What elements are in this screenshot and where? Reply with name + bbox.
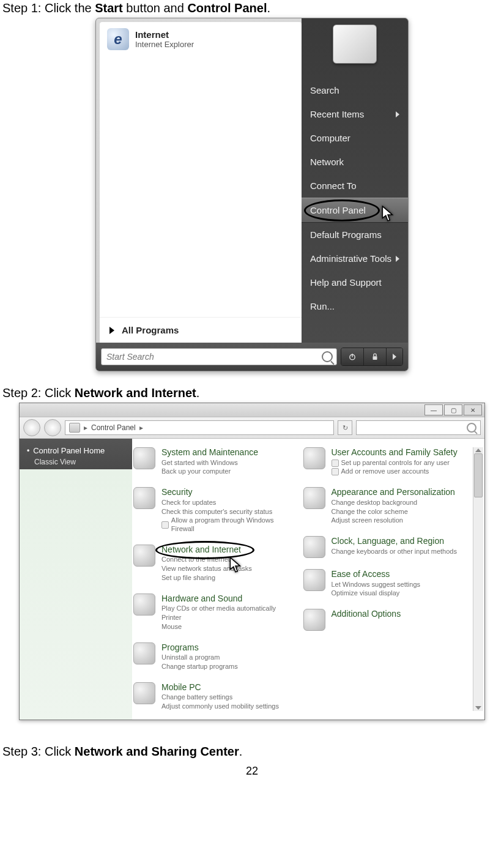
system-icon bbox=[133, 447, 155, 469]
start-menu-bottom-bar bbox=[96, 343, 408, 371]
vertical-scrollbar[interactable] bbox=[473, 447, 483, 711]
step3-text: Step 3: Click Network and Sharing Center… bbox=[2, 745, 502, 759]
chevron-right-icon bbox=[393, 354, 396, 360]
folder-icon bbox=[69, 423, 80, 433]
clock-icon bbox=[303, 536, 325, 558]
category-programs[interactable]: Programs Uninstall a program Change star… bbox=[133, 642, 297, 671]
appearance-icon bbox=[303, 487, 325, 509]
category-mobile-pc[interactable]: Mobile PC Change battery settings Adjust… bbox=[133, 682, 297, 711]
menu-item-default-programs[interactable]: Default Programs bbox=[302, 223, 408, 247]
menu-item-recent-items[interactable]: Recent Items bbox=[302, 102, 408, 126]
cursor-icon bbox=[381, 206, 395, 223]
svg-rect-2 bbox=[373, 356, 377, 360]
shield-icon bbox=[332, 460, 339, 467]
start-search-input[interactable] bbox=[105, 351, 319, 362]
sidebar-home[interactable]: Control Panel Home bbox=[33, 446, 105, 455]
menu-item-network[interactable]: Network bbox=[302, 150, 408, 174]
chevron-right-icon bbox=[396, 111, 399, 117]
address-bar[interactable]: ▸ Control Panel ▸ bbox=[65, 420, 334, 435]
category-user-accounts[interactable]: User Accounts and Family Safety Set up p… bbox=[303, 447, 467, 476]
all-programs[interactable]: All Programs bbox=[100, 317, 302, 343]
category-system-maintenance[interactable]: System and Maintenance Get started with … bbox=[133, 447, 297, 476]
pinned-app-internet[interactable]: e Internet Internet Explorer bbox=[100, 22, 302, 56]
lock-button[interactable] bbox=[364, 348, 387, 365]
navigation-bar: ▸ Control Panel ▸ ↻ bbox=[20, 417, 484, 439]
menu-item-help-and-support[interactable]: Help and Support bbox=[302, 270, 408, 294]
power-icon bbox=[348, 352, 357, 361]
security-icon bbox=[133, 487, 155, 509]
menu-item-search[interactable]: Search bbox=[302, 78, 408, 102]
category-clock-language[interactable]: Clock, Language, and Region Change keybo… bbox=[303, 536, 467, 558]
chevron-right-icon bbox=[396, 256, 399, 262]
menu-item-run[interactable]: Run... bbox=[302, 294, 408, 318]
shield-icon bbox=[332, 468, 339, 475]
category-additional-options[interactable]: Additional Options bbox=[303, 609, 467, 631]
pinned-app-title: Internet bbox=[135, 29, 194, 40]
category-network-internet[interactable]: Network and Internet Connect to the Inte… bbox=[133, 545, 297, 582]
pinned-app-subtitle: Internet Explorer bbox=[135, 40, 194, 49]
maximize-button[interactable]: ▢ bbox=[444, 404, 462, 415]
network-icon bbox=[133, 545, 155, 567]
menu-item-administrative-tools[interactable]: Administrative Tools bbox=[302, 247, 408, 270]
control-panel-window: — ▢ ✕ ▸ Control Panel ▸ ↻ bbox=[19, 403, 485, 720]
close-button[interactable]: ✕ bbox=[464, 404, 482, 415]
chevron-right-icon bbox=[109, 327, 114, 334]
all-programs-label: All Programs bbox=[122, 325, 179, 335]
category-appearance[interactable]: Appearance and Personalization Change de… bbox=[303, 487, 467, 525]
programs-icon bbox=[133, 642, 155, 664]
shield-icon bbox=[161, 521, 169, 529]
scroll-up-icon[interactable] bbox=[475, 448, 481, 452]
menu-item-connect-to[interactable]: Connect To bbox=[302, 174, 408, 198]
cursor-icon bbox=[229, 557, 242, 574]
breadcrumb: Control Panel bbox=[91, 423, 136, 432]
start-search-box[interactable] bbox=[101, 348, 337, 365]
additional-options-icon bbox=[303, 609, 325, 631]
hardware-icon bbox=[133, 594, 155, 616]
control-panel-main: System and Maintenance Get started with … bbox=[132, 439, 484, 720]
search-icon bbox=[322, 351, 333, 362]
ease-of-access-icon bbox=[303, 569, 325, 591]
control-panel-sidebar: •Control Panel Home Classic View bbox=[20, 439, 132, 720]
shutdown-menu-button[interactable] bbox=[387, 348, 402, 365]
back-button[interactable] bbox=[23, 419, 40, 436]
category-hardware-sound[interactable]: Hardware and Sound Play CDs or other med… bbox=[133, 594, 297, 631]
scroll-down-icon[interactable] bbox=[475, 706, 481, 710]
internet-explorer-icon: e bbox=[107, 28, 129, 50]
scroll-thumb[interactable] bbox=[474, 453, 483, 497]
minimize-button[interactable]: — bbox=[424, 404, 443, 415]
menu-item-control-panel[interactable]: Control Panel bbox=[302, 198, 408, 223]
menu-item-computer[interactable]: Computer bbox=[302, 126, 408, 150]
start-menu-right-pane: Search Recent Items Computer Network Con… bbox=[302, 18, 408, 343]
power-button[interactable] bbox=[341, 348, 364, 365]
start-menu-left-pane: e Internet Internet Explorer All Program… bbox=[100, 22, 302, 343]
forward-button[interactable] bbox=[44, 419, 61, 436]
mobile-pc-icon bbox=[133, 682, 155, 704]
refresh-button[interactable]: ↻ bbox=[338, 420, 352, 435]
category-ease-of-access[interactable]: Ease of Access Let Windows suggest setti… bbox=[303, 569, 467, 598]
lock-icon bbox=[371, 352, 379, 361]
user-accounts-icon bbox=[303, 447, 325, 469]
power-button-group bbox=[341, 348, 403, 366]
user-picture-icon[interactable] bbox=[333, 24, 377, 64]
category-security[interactable]: Security Check for updates Check this co… bbox=[133, 487, 297, 534]
titlebar: — ▢ ✕ bbox=[20, 403, 484, 417]
sidebar-classic-view[interactable]: Classic View bbox=[34, 458, 125, 466]
page-number: 22 bbox=[2, 765, 502, 778]
search-box[interactable] bbox=[356, 420, 481, 435]
search-icon bbox=[467, 423, 476, 433]
step2-text: Step 2: Click Network and Internet. bbox=[2, 386, 502, 400]
start-menu: e Internet Internet Explorer All Program… bbox=[95, 18, 409, 371]
step1-text: Step 1: Click the Start button and Contr… bbox=[2, 1, 502, 15]
